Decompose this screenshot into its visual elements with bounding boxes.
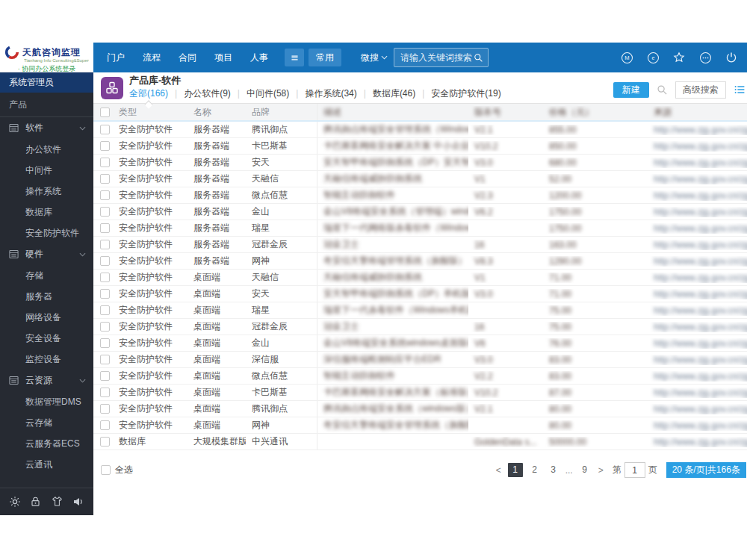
table-row[interactable]: 安全防护软件桌面端腾讯御点腾讯御点终端安全系统（windows版）V2.1适用V… [93,401,747,417]
select-all-checkbox[interactable] [101,465,111,475]
column-header-brand[interactable]: 品牌 [246,106,317,119]
column-header-type[interactable]: 类型 [113,106,187,119]
table-row[interactable]: 安全防护软件服务器端冠群金辰冠金卫士16163.00http://www.zjg… [93,237,747,253]
table-row[interactable]: 安全防护软件桌面端卡巴斯基卡巴斯基网络安全解决方案（标准版）KES - KOL.… [93,385,747,401]
table-row[interactable]: 安全防护软件桌面端瑞星瑞星下一代杀毒软件（Windows单机版）75.00htt… [93,302,747,319]
search-icon[interactable] [474,53,483,63]
table-row[interactable]: 安全防护软件桌面端深信服深信服终端检测响应平台EDRV3.083.00http:… [93,352,747,368]
sidebar-section-product[interactable]: 产品 [0,93,93,117]
row-checkbox[interactable] [100,388,110,397]
row-checkbox[interactable] [100,174,110,184]
volume-icon[interactable] [72,496,84,508]
nav-item-合同[interactable]: 合同 [179,52,196,64]
row-checkbox[interactable] [100,355,110,364]
page-number-1[interactable]: 1 [508,463,523,477]
power-icon[interactable] [725,52,738,64]
sidebar-item-网络设备[interactable]: 网络设备 [0,307,93,328]
nav-item-active[interactable]: 常用 [309,49,341,66]
table-row[interactable]: 安全防护软件桌面端金山金山V8终端安全系统windows桌面版本V676.00h… [93,335,747,352]
row-checkbox[interactable] [100,158,110,167]
column-header-source[interactable]: 来源 [654,107,672,117]
prev-page-button[interactable]: < [495,465,503,476]
table-row[interactable]: 安全防护软件服务器端天融信天融信终端威胁防御系统V152.00http://ww… [93,171,747,187]
nav-item-流程[interactable]: 流程 [143,52,161,64]
row-checkbox[interactable] [100,273,110,282]
sidebar-group-硬件[interactable]: 硬件 [0,243,93,265]
row-checkbox[interactable] [100,289,110,299]
tab-安全防护软件(19)[interactable]: 安全防护软件(19) [431,86,500,101]
sidebar-item-操作系统[interactable]: 操作系统 [0,181,93,202]
global-search-input[interactable] [399,52,474,63]
row-checkbox[interactable] [100,240,110,249]
row-checkbox[interactable] [100,256,110,266]
table-row[interactable]: 安全防护软件服务器端金山金山V8终端安全系统（管理端）windows应用系统V6… [93,204,747,220]
table-row[interactable]: 数据库大规模集群版中兴通讯GoldenData s...50000.00http… [93,434,747,450]
row-checkbox[interactable] [100,305,110,315]
nav-item-项目[interactable]: 项目 [214,52,232,64]
row-checkbox[interactable] [100,420,110,430]
row-checkbox[interactable] [100,190,110,200]
sidebar-item-云存储[interactable]: 云存储 [0,412,93,433]
column-header-name[interactable]: 名称 [187,106,246,119]
table-row[interactable]: 安全防护软件服务器端网神奇安信天擎终端管理系统（旗舰版）V8.31290.00h… [93,253,747,270]
next-page-button[interactable]: > [597,465,605,476]
sidebar-group-软件[interactable]: 软件 [0,117,93,139]
table-row[interactable]: 安全防护软件桌面端网神奇安信天擎终端安全管理系统（旗舰版）80.00http:/… [93,417,747,434]
sidebar-item-服务器[interactable]: 服务器 [0,286,93,307]
table-row[interactable]: 安全防护软件桌面端天融信天融信终端威胁防御系统V171.00http://www… [93,270,747,286]
select-all-control[interactable]: 全选 [101,464,133,476]
sidebar-item-办公软件[interactable]: 办公软件 [0,139,93,160]
page-number-3[interactable]: 3 [547,463,560,477]
nav-menu-button[interactable] [285,49,304,66]
more-circle-icon[interactable] [699,52,712,64]
table-row[interactable]: 安全防护软件桌面端安天安天智甲终端防御系统（DP）单机版防御V3.071.00h… [93,286,747,302]
column-header-price[interactable]: 价格（元） [549,107,594,117]
list-view-icon[interactable] [734,84,746,96]
row-checkbox[interactable] [100,125,110,134]
sidebar-role[interactable]: 系统管理员 [0,72,93,93]
search-scope-dropdown[interactable]: 微搜 [361,52,388,64]
page-number-9[interactable]: 9 [578,463,592,477]
table-row[interactable]: 安全防护软件桌面端微点佰慧智能主动防御软件V2.283.00http://www… [93,368,747,385]
sidebar-item-中间件[interactable]: 中间件 [0,160,93,181]
tab-数据库(46)[interactable]: 数据库(46) [373,86,415,101]
tab-操作系统(34)[interactable]: 操作系统(34) [305,86,356,101]
row-checkbox[interactable] [100,207,110,217]
nav-item-门户[interactable]: 门户 [107,52,125,64]
row-checkbox[interactable] [100,338,110,348]
sidebar-item-安全防护软件[interactable]: 安全防护软件 [0,223,93,243]
theme-icon[interactable] [52,496,63,508]
select-all-header-checkbox[interactable] [100,108,110,117]
page-size-summary[interactable]: 20 条/页|共166条 [666,462,746,478]
sidebar-item-云通讯[interactable]: 云通讯 [0,454,93,475]
table-row[interactable]: 安全防护软件服务器端微点佰慧智能主动防御软件V2.31200.00http://… [93,187,747,204]
row-checkbox[interactable] [100,141,110,151]
sidebar-item-安全设备[interactable]: 安全设备 [0,328,93,349]
nav-item-人事[interactable]: 人事 [250,52,268,64]
message-circle-icon[interactable]: e [647,52,660,64]
row-checkbox[interactable] [100,371,110,381]
m-circle-icon[interactable]: M [621,52,633,64]
lock-icon[interactable] [30,496,42,508]
advanced-search-button[interactable]: 高级搜索 [675,81,726,99]
tab-办公软件(9)[interactable]: 办公软件(9) [184,86,231,101]
star-icon[interactable] [673,52,686,64]
sidebar-item-数据管理DMS[interactable]: 数据管理DMS [0,391,93,412]
page-jump-input[interactable] [624,462,645,478]
sidebar-item-监控设备[interactable]: 监控设备 [0,349,93,370]
tab-全部(166)[interactable]: 全部(166) [129,86,168,101]
sidebar-item-云服务器ECS[interactable]: 云服务器ECS [0,433,93,454]
row-checkbox[interactable] [100,437,110,447]
table-row[interactable]: 安全防护软件服务器端腾讯御点腾讯御点终端安全管理系统（Windows版）V2.1… [93,122,747,138]
table-search-icon[interactable] [657,84,668,96]
table-row[interactable]: 安全防护软件服务器端瑞星瑞星下一代网络版杀毒软件（Windows版）应用系统17… [93,220,747,237]
settings-icon[interactable] [9,496,21,508]
column-header-version[interactable]: 版本号 [474,107,501,117]
page-number-2[interactable]: 2 [528,463,542,477]
column-header-description[interactable]: 描述 [323,106,341,119]
sidebar-item-数据库[interactable]: 数据库 [0,202,93,223]
tab-中间件(58)[interactable]: 中间件(58) [247,86,289,101]
table-row[interactable]: 安全防护软件服务器端卡巴斯基卡巴斯基网络安全解决方案 中小企业版KES 标准..… [93,138,747,155]
row-checkbox[interactable] [100,322,110,332]
table-row[interactable]: 安全防护软件服务器端安天安天智甲终端防御系统（DP）安天智甲防御V3.0680.… [93,155,747,171]
